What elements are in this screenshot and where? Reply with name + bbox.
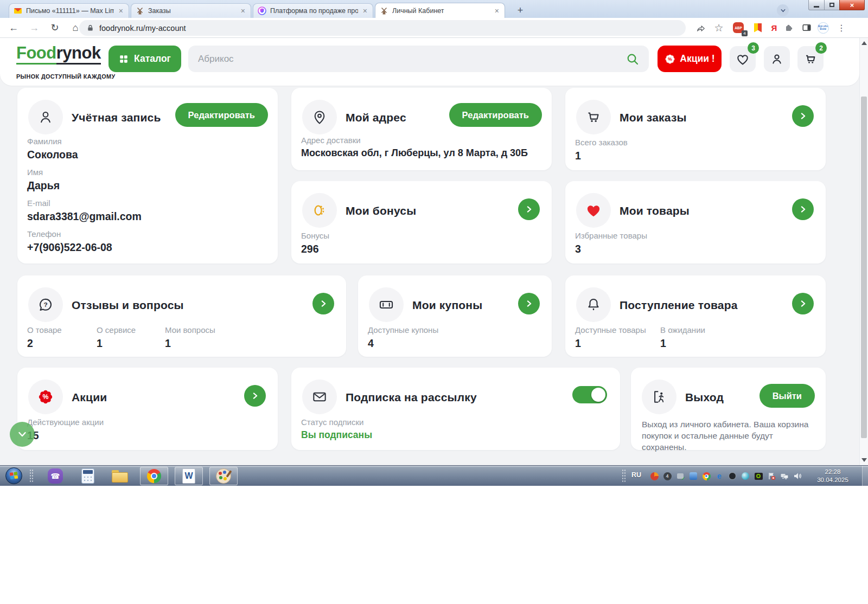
toggle-knob [591, 388, 605, 402]
minimize-button[interactable] [808, 0, 825, 10]
chevron-right-icon[interactable] [792, 293, 814, 314]
field-bonuses: Бонусы 296 [301, 231, 329, 255]
coin-icon [302, 193, 337, 228]
nvidia-tray-icon[interactable] [754, 472, 763, 480]
edit-address-button[interactable]: Редактировать [449, 103, 542, 127]
yandex-extension-icon[interactable]: Я [767, 21, 781, 34]
user-icon [28, 100, 63, 134]
explorer-taskbar-icon[interactable] [112, 468, 127, 484]
page-scrollbar[interactable] [859, 38, 868, 465]
card-bonuses[interactable]: Мои бонусы Бонусы 296 [291, 181, 552, 264]
card-logout: Выход Выйти Выход из личного кабинета. В… [631, 368, 826, 450]
tab-platform[interactable]: Платформа по продаже продук × [253, 3, 373, 18]
site-logo[interactable]: Foodrynok РЫНОК ДОСТУПНЫЙ КАЖДОМУ [16, 44, 116, 86]
scroll-up-arrow[interactable] [861, 41, 867, 45]
share-icon[interactable] [693, 21, 707, 34]
chevron-right-icon[interactable] [312, 293, 334, 314]
language-indicator[interactable]: RU [631, 471, 641, 479]
scroll-down-arrow[interactable] [861, 458, 867, 462]
headset-tray-icon[interactable] [728, 472, 737, 480]
chrome-taskbar-button[interactable] [140, 467, 168, 485]
browser-menu-icon[interactable]: ⋮ [834, 21, 848, 34]
card-arrivals[interactable]: Поступление товара Доступные товары 1 В … [565, 275, 826, 357]
volume-tray-icon[interactable] [793, 472, 802, 480]
scroll-down-float-button[interactable] [10, 422, 35, 447]
ccleaner-tray-icon[interactable] [650, 472, 659, 480]
subscription-toggle[interactable] [572, 386, 607, 403]
close-button[interactable]: × [839, 0, 865, 10]
scroll-thumb[interactable] [861, 97, 867, 438]
card-coupons[interactable]: Мои купоны Доступные купоны 4 [358, 275, 552, 357]
reload-button[interactable]: ↻ [47, 21, 63, 35]
promo-button[interactable]: % Акции ! [658, 46, 722, 72]
show-desktop-button[interactable] [862, 466, 868, 486]
browser-warning-tray-icon[interactable]: e [715, 472, 724, 480]
tab-orders[interactable]: Заказы × [131, 3, 251, 18]
tab-close-icon[interactable]: × [118, 7, 124, 15]
profile-button[interactable] [764, 46, 790, 72]
catalog-button[interactable]: Каталог [108, 46, 181, 72]
phone-icon: ☎ [48, 468, 63, 484]
favorites-button[interactable]: 3 [730, 46, 756, 72]
tab-close-icon[interactable]: × [494, 7, 500, 15]
window-controls: × [808, 0, 865, 10]
network-tray-icon[interactable] [780, 472, 789, 480]
start-button[interactable] [5, 467, 22, 484]
logo-primary: Food [16, 43, 56, 65]
action-center-tray-icon[interactable] [767, 472, 776, 480]
ticket-icon [369, 287, 404, 322]
chevron-right-icon[interactable] [792, 198, 814, 220]
extensions-puzzle-icon[interactable] [782, 21, 796, 34]
forward-button[interactable]: → [26, 21, 42, 35]
field-label: Фамилия [27, 137, 78, 146]
vov-extension-icon[interactable]: Всё обо Всём [816, 21, 830, 34]
field-label: Мои вопросы [165, 325, 215, 335]
cart-button[interactable]: 2 [797, 46, 824, 72]
tab-search-chevron-icon[interactable] [777, 4, 789, 16]
chevron-right-icon[interactable] [792, 105, 814, 127]
tab-mail-letter[interactable]: Письмо «111111» — Max Liman × [9, 3, 129, 18]
logout-button[interactable]: Выйти [760, 384, 815, 408]
bookmark-star-icon[interactable]: ☆ [712, 21, 726, 34]
bookmarks-extension-icon[interactable] [751, 21, 765, 34]
percent-badge-icon: % [28, 380, 63, 414]
minimize-icon [814, 6, 819, 8]
back-button[interactable]: ← [5, 21, 22, 35]
chrome-tray-icon[interactable] [702, 472, 711, 480]
tab-close-icon[interactable]: × [240, 7, 246, 15]
search-icon[interactable] [626, 53, 639, 66]
windmill-favicon [136, 7, 144, 15]
viber-taskbar-icon[interactable]: ☎ [48, 468, 63, 484]
calculator-taskbar-icon[interactable] [80, 468, 95, 484]
adblock-extension-icon[interactable]: ABP 4 [731, 21, 745, 34]
field-value: +7(906)522-06-08 [27, 241, 112, 254]
edit-account-button[interactable]: Редактировать [175, 103, 268, 127]
sidebar-icon[interactable] [800, 21, 814, 34]
chevron-right-icon[interactable] [244, 385, 266, 407]
search-input[interactable] [198, 54, 626, 65]
tab-personal-account[interactable]: Личный Кабинет × [375, 3, 505, 18]
grid-icon [119, 54, 129, 64]
search-bar[interactable] [188, 46, 649, 72]
tab-close-icon[interactable]: × [362, 7, 368, 15]
notifications-tray-icon[interactable]: 4 [663, 472, 672, 480]
card-promos[interactable]: % Акции Действующие акции 15 [17, 368, 278, 450]
windows-update-tray-icon[interactable] [689, 472, 698, 480]
card-favorites[interactable]: Мои товары Избранные товары 3 [565, 181, 826, 264]
word-taskbar-button[interactable]: W [175, 467, 203, 485]
paint-taskbar-button[interactable] [209, 467, 238, 485]
usb-tray-icon[interactable]: ✓ [676, 472, 685, 480]
chevron-right-icon[interactable] [518, 198, 540, 220]
field-label: Доступные купоны [368, 325, 438, 335]
card-title: Мои товары [620, 204, 690, 217]
restore-button[interactable] [824, 0, 840, 10]
taskbar-clock[interactable]: 22:28 30.04.2025 [806, 468, 859, 484]
address-bar[interactable]: foodrynok.ru/my-account [79, 20, 686, 36]
calculator-icon [81, 468, 94, 484]
card-title: Мой адрес [346, 111, 406, 124]
card-orders[interactable]: Мои заказы Всего заказов 1 [565, 88, 826, 170]
chevron-right-icon[interactable] [518, 293, 540, 314]
globe-tray-icon[interactable] [741, 472, 750, 480]
new-tab-button[interactable]: + [512, 4, 528, 16]
card-reviews[interactable]: ? Отзывы и вопросы О товаре 2 О сервисе … [17, 275, 346, 357]
